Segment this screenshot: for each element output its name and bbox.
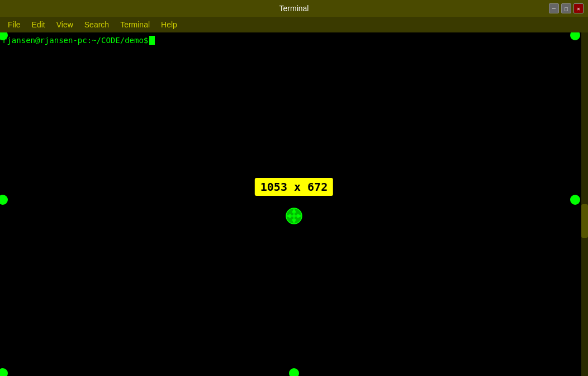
menu-search[interactable]: Search (79, 19, 115, 30)
scrollbar-thumb[interactable] (581, 204, 588, 238)
cursor (149, 36, 155, 45)
prompt-line: rjansen@rjansen-pc:~/CODE/demo$ (2, 36, 586, 45)
dot-bottom-left (0, 368, 8, 376)
menu-view[interactable]: View (51, 19, 79, 30)
dot-bottom-center (289, 368, 299, 376)
move-cursor-icon (284, 206, 304, 226)
close-button[interactable]: ✕ (573, 3, 584, 13)
menu-terminal[interactable]: Terminal (115, 19, 155, 30)
menu-file[interactable]: File (2, 19, 26, 30)
minimize-button[interactable]: ─ (549, 3, 559, 13)
terminal-body[interactable]: rjansen@rjansen-pc:~/CODE/demo$ 1053 x 6… (0, 32, 588, 376)
dimension-label: 1053 x 672 (255, 178, 333, 196)
window-controls: ─ □ ✕ (549, 3, 584, 13)
dot-left-middle (0, 195, 8, 205)
terminal-window: Terminal ─ □ ✕ File Edit View Search Ter… (0, 0, 588, 376)
maximize-button[interactable]: □ (561, 3, 571, 13)
menu-help[interactable]: Help (155, 19, 183, 30)
dot-right-middle (570, 195, 580, 205)
scrollbar[interactable] (581, 32, 588, 376)
menu-bar: File Edit View Search Terminal Help (0, 17, 588, 32)
prompt-text: rjansen@rjansen-pc:~/CODE/demo$ (2, 36, 148, 45)
title-bar: Terminal ─ □ ✕ (0, 0, 588, 17)
menu-edit[interactable]: Edit (26, 19, 51, 30)
window-title: Terminal (279, 4, 309, 13)
